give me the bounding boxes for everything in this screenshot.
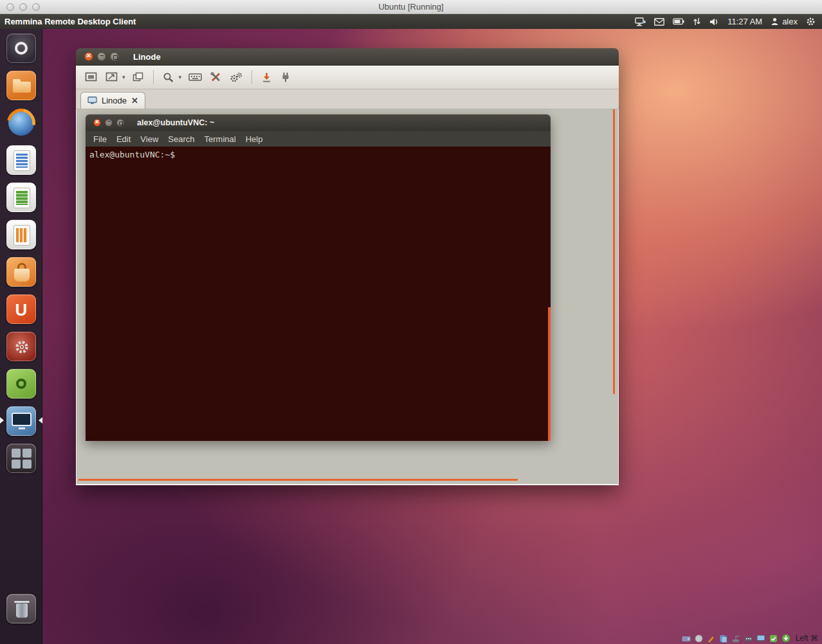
launcher-item-home-folder[interactable] <box>0 71 42 100</box>
terminal-titlebar[interactable]: alex@ubuntuVNC: ~ <box>86 114 551 131</box>
terminal-maximize-button[interactable] <box>116 119 124 127</box>
tab-linode[interactable]: Linode ✕ <box>80 92 145 109</box>
minimize-button[interactable] <box>97 52 106 61</box>
terminal-close-button[interactable] <box>93 119 101 127</box>
shell-prompt: alex@ubuntuVNC:~$ <box>89 150 175 159</box>
disconnect-icon[interactable] <box>279 71 292 84</box>
system-settings-icon <box>6 332 36 361</box>
libreoffice-writer-icon <box>6 145 36 175</box>
terminal-body[interactable]: alex@ubuntuVNC:~$ <box>86 147 551 441</box>
home-folder-icon <box>6 71 36 100</box>
remmina-window: Linode ▾ ▾ <box>76 48 619 485</box>
vm-titlebar[interactable]: Ubuntu [Running] <box>0 0 822 14</box>
firefox-icon <box>6 108 36 138</box>
screen: Ubuntu [Running] Remmina Remote Desktop … <box>0 0 822 644</box>
terminal-menu-edit[interactable]: Edit <box>116 134 131 144</box>
optical-disc-status-icon[interactable] <box>695 634 703 643</box>
clock[interactable]: 11:27 AM <box>727 17 762 26</box>
terminal-menubar: File Edit View Search Terminal Help <box>86 131 551 147</box>
remote-screen-edge-bottom <box>78 479 518 481</box>
launcher-item-software-center[interactable] <box>0 257 42 287</box>
launcher-item-remmina[interactable] <box>0 406 42 436</box>
terminal-menu-search[interactable]: Search <box>168 134 194 144</box>
terminal-menu-help[interactable]: Help <box>246 134 263 144</box>
launcher-item-system-settings[interactable] <box>0 332 42 361</box>
connection-tab-icon <box>87 96 97 105</box>
duplicate-connection-icon[interactable] <box>131 71 145 84</box>
launcher-item-workspace-switcher[interactable] <box>0 443 42 473</box>
terminal-scrollbar[interactable] <box>548 307 551 441</box>
ubuntu-one-icon: U <box>6 294 36 324</box>
display-status-icon[interactable] <box>756 634 765 643</box>
network-icon[interactable] <box>635 17 646 26</box>
launcher-item-ubuntu-one[interactable]: U <box>0 294 42 324</box>
launcher-item-trash[interactable] <box>0 594 42 623</box>
libreoffice-calc-icon <box>6 183 36 212</box>
usb-status-icon[interactable] <box>744 634 753 643</box>
dash-home-icon <box>6 33 36 63</box>
terminal-menu-terminal[interactable]: Terminal <box>205 134 236 144</box>
connect-icon[interactable] <box>260 71 273 84</box>
username: alex <box>782 17 798 26</box>
scaled-dropdown-icon[interactable]: ▾ <box>122 74 125 80</box>
toggle-fullscreen-icon[interactable] <box>84 71 98 84</box>
close-button[interactable] <box>84 52 93 61</box>
tab-close-icon[interactable]: ✕ <box>131 96 138 105</box>
terminal-menu-view[interactable]: View <box>140 134 158 144</box>
audio-status-icon[interactable] <box>707 634 715 643</box>
remote-screen-edge <box>613 109 615 394</box>
user-menu[interactable]: alex <box>771 17 798 26</box>
launcher-item-dash-home[interactable] <box>0 33 42 63</box>
terminal-window: alex@ubuntuVNC: ~ File Edit View Search … <box>86 114 551 441</box>
vm-window-title: Ubuntu [Running] <box>0 2 822 12</box>
unity-launcher: U <box>0 29 42 644</box>
zoom-dropdown-icon[interactable]: ▾ <box>179 74 182 80</box>
zoom-icon[interactable] <box>161 71 176 84</box>
launcher-item-libreoffice-writer[interactable] <box>0 145 42 175</box>
shared-folders-status-icon[interactable] <box>719 634 727 643</box>
ubuntu-software-icon <box>6 369 36 398</box>
tools-icon[interactable] <box>228 71 244 84</box>
preferences-icon[interactable] <box>209 71 223 84</box>
terminal-minimize-button[interactable] <box>105 119 113 127</box>
keyboard-grab-icon[interactable] <box>187 71 203 83</box>
remmina-titlebar[interactable]: Linode <box>76 48 619 66</box>
ubuntu-menubar: Remmina Remote Desktop Client 11:27 AM a… <box>0 14 822 29</box>
tab-label: Linode <box>102 96 127 105</box>
app-title[interactable]: Remmina Remote Desktop Client <box>0 17 136 26</box>
hdd-status-icon[interactable] <box>682 634 691 643</box>
terminal-menu-file[interactable]: File <box>93 134 107 144</box>
volume-icon[interactable] <box>709 18 719 26</box>
launcher-item-libreoffice-calc[interactable] <box>0 183 42 212</box>
launcher-item-libreoffice-impress[interactable] <box>0 220 42 249</box>
maximize-button[interactable] <box>110 52 119 61</box>
mouse-integration-status-icon[interactable] <box>781 634 790 643</box>
remote-desktop-view[interactable]: alex@ubuntuVNC: ~ File Edit View Search … <box>76 109 619 485</box>
video-capture-status-icon[interactable] <box>769 634 778 643</box>
terminal-title: alex@ubuntuVNC: ~ <box>137 118 214 127</box>
workspace-switcher-icon <box>6 443 36 473</box>
user-icon <box>771 17 779 26</box>
scaled-mode-icon[interactable] <box>104 71 119 84</box>
remmina-icon <box>6 406 36 436</box>
launcher-item-firefox[interactable] <box>0 108 42 138</box>
trash-icon <box>6 594 36 623</box>
libreoffice-impress-icon <box>6 220 36 249</box>
session-gear-icon[interactable] <box>806 17 816 26</box>
software-center-icon <box>6 257 36 287</box>
remmina-tabbar: Linode ✕ <box>76 89 619 109</box>
network-status-icon[interactable] <box>731 634 740 643</box>
mail-icon[interactable] <box>654 18 664 26</box>
remmina-toolbar: ▾ ▾ <box>76 66 619 89</box>
battery-icon[interactable] <box>673 18 684 25</box>
focused-indicator-icon <box>35 417 42 424</box>
remmina-window-title: Linode <box>133 52 161 62</box>
launcher-item-ubuntu-software[interactable] <box>0 369 42 398</box>
host-key-label: Left ⌘ <box>794 634 818 643</box>
vbox-statusbar: Left ⌘ <box>682 634 818 643</box>
sync-arrows-icon[interactable] <box>693 17 701 26</box>
